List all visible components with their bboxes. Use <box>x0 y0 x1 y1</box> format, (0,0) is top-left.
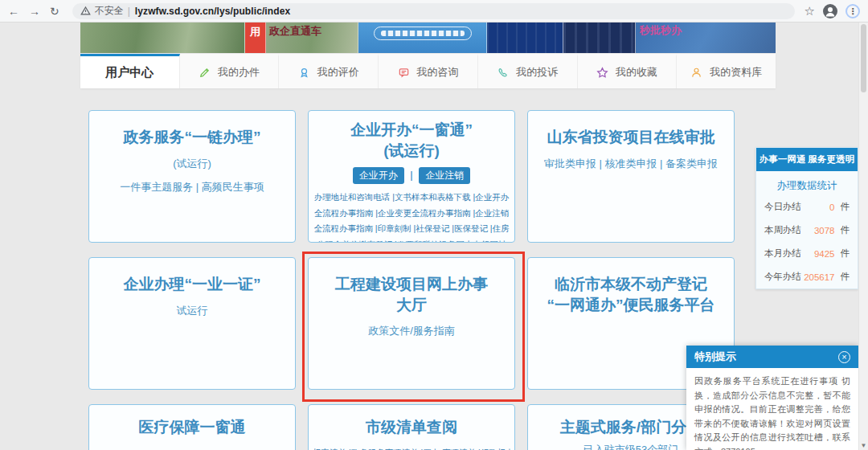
popup-title: 特别提示 <box>694 350 838 364</box>
tab-my-favorites-label: 我的收藏 <box>616 65 657 80</box>
card-title: 企业开办“一窗通” <box>320 120 503 141</box>
card-title: 工程建设项目网上办事大厅 <box>330 274 494 315</box>
tab-my-reviews[interactable]: 我的评价 <box>279 54 379 88</box>
card-subtitle: (试运行) <box>89 157 295 171</box>
banner-red-label: 用 <box>250 25 260 39</box>
card-links[interactable]: 权责清单 |政务服务事项清单 |四办 事项清单 |行政权力事项清单 |公 <box>313 445 510 450</box>
card-links[interactable]: 政策文件/服务指南 <box>309 324 514 338</box>
banner-navy-slide-1[interactable] <box>487 22 563 53</box>
tag-separator: | <box>410 169 412 181</box>
stat-label: 本月办结 <box>764 248 801 260</box>
card-title: 医疗保障一窗通 <box>100 417 284 438</box>
phone-icon <box>497 67 509 79</box>
banner-gov-express-label: 政企直通车 <box>269 24 321 39</box>
stat-label: 今年办结 <box>764 271 801 283</box>
stat-unit: 件 <box>841 248 850 260</box>
page-scrollbar[interactable]: ▼ <box>858 22 868 450</box>
card-subtitle: 试运行 <box>89 304 295 318</box>
card-title: 市级清单查阅 <box>320 417 503 438</box>
special-notice-popup: 特别提示 × 因政务服务平台系统正在进行事项 切换，造成部分公示信息不完整，暂不… <box>686 346 858 450</box>
star-icon <box>596 67 608 79</box>
stat-value: 205617 <box>801 272 841 282</box>
user-center-tabbar: 用户中心 我的办件 我的评价 我的咨询 我的投诉 我的收藏 我的资料库 <box>80 54 776 88</box>
banner-red-ribbon[interactable]: 用 <box>245 22 266 53</box>
tab-my-reviews-label: 我的评价 <box>317 65 359 80</box>
tab-my-library-label: 我的资料库 <box>710 65 762 80</box>
stat-row-year: 今年办结 205617 件 <box>756 265 858 288</box>
pencil-icon <box>199 67 211 79</box>
card-title: 企业办理“一业一证” <box>100 274 284 295</box>
banner-water-label: 秒批秒办 <box>640 23 682 38</box>
card-investment-approval[interactable]: 山东省投资项目在线审批 审批类申报 | 核准类申报 | 备案类申报 <box>527 110 735 243</box>
back-icon[interactable]: ← <box>8 6 19 17</box>
stat-unit: 件 <box>841 271 850 283</box>
tab-my-complaints[interactable]: 我的投诉 <box>478 54 578 88</box>
url-bar[interactable]: 不安全 | lyzwfw.sd.gov.cn/lys/public/index <box>72 3 795 19</box>
stat-value: 3078 <box>801 226 841 235</box>
card-title: 政务服务“一链办理” <box>100 127 284 148</box>
service-card-grid: 政务服务“一链办理” (试运行) 一件事主题服务 | 高频民生事项 企业开办“一… <box>88 110 735 450</box>
banner-pill-frame <box>374 27 472 40</box>
popup-header: 特别提示 × <box>686 346 858 368</box>
tab-my-complaints-label: 我的投诉 <box>516 65 558 80</box>
banner-navy-slide-2[interactable] <box>563 22 636 53</box>
stat-value: 0 <box>801 202 841 212</box>
tab-my-items-label: 我的办件 <box>218 65 260 80</box>
card-medical-insurance[interactable]: 医疗保障一窗通 <box>88 404 296 450</box>
person-icon <box>690 67 702 79</box>
card-links[interactable]: 办理地址和咨询电话 |文书样本和表格下载 |企业开办全流程办事指南 |企业变更全… <box>313 190 510 243</box>
security-label: 不安全 <box>95 4 124 18</box>
browser-menu-icon[interactable]: ⋮ <box>845 4 860 18</box>
stats-widget: 办事一网通 服务更透明 办理数据统计 今日办结 0 件 本周办结 3078 件 … <box>755 147 858 289</box>
url-divider: | <box>128 6 130 17</box>
popup-body-text: 因政务服务平台系统正在进行事项 切换，造成部分公示信息不完整，暂不能申报的情况。… <box>686 368 858 450</box>
tab-user-center[interactable]: 用户中心 <box>80 54 180 88</box>
profile-avatar-icon[interactable] <box>823 4 837 18</box>
tab-my-inquiries-label: 我的咨询 <box>417 65 459 80</box>
card-links[interactable]: 一件事主题服务 | 高频民生事项 <box>89 180 295 194</box>
card-city-list[interactable]: 市级清单查阅 权责清单 |政务服务事项清单 |四办 事项清单 |行政权力事项清单… <box>308 404 515 450</box>
stat-row-month: 本月办结 9425 件 <box>756 242 858 265</box>
card-chain-service[interactable]: 政务服务“一链办理” (试运行) 一件事主题服务 | 高频民生事项 <box>88 110 296 243</box>
stats-title: 办理数据统计 <box>756 179 858 193</box>
tab-my-inquiries[interactable]: 我的咨询 <box>379 54 478 88</box>
stat-row-week: 本周办结 3078 件 <box>756 219 858 242</box>
stat-label: 今日办结 <box>764 201 801 213</box>
banner-blurred-text <box>381 31 465 36</box>
reload-icon[interactable]: ↻ <box>50 6 59 17</box>
card-enterprise-window[interactable]: 企业开办“一窗通” (试运行) 企业开办 | 企业注销 办理地址和咨询电话 |文… <box>308 110 515 243</box>
stat-row-today: 今日办结 0 件 <box>756 195 858 219</box>
tag-enterprise-open[interactable]: 企业开办 <box>353 167 404 184</box>
card-links[interactable]: 审批类申报 | 核准类申报 | 备案类申报 <box>528 157 734 171</box>
card-title: 山东省投资项目在线审批 <box>539 127 723 148</box>
chat-bubble-icon <box>398 67 410 79</box>
stat-value: 9425 <box>801 249 841 259</box>
tab-user-center-label: 用户中心 <box>105 65 154 80</box>
medal-icon <box>298 67 310 79</box>
tag-enterprise-cancel[interactable]: 企业注销 <box>419 167 470 184</box>
banner-aerial-photo[interactable] <box>80 22 245 53</box>
url-text: lyzwfw.sd.gov.cn/lys/public/index <box>135 6 290 17</box>
banner-water-slide[interactable]: 秒批秒办 <box>636 22 776 53</box>
page-background: 用 政企直通车 秒批秒办 用户中心 我的办件 我的评价 我的咨询 <box>0 22 868 450</box>
forward-icon[interactable]: → <box>29 6 40 17</box>
tab-my-favorites[interactable]: 我的收藏 <box>578 54 678 88</box>
tab-my-library[interactable]: 我的资料库 <box>677 54 776 88</box>
scrollbar-thumb[interactable] <box>861 24 866 92</box>
banner-gov-express[interactable]: 政企直通车 <box>266 22 358 53</box>
scrollbar-down-arrow-icon[interactable]: ▼ <box>859 442 868 449</box>
not-secure-warning-icon <box>80 6 91 16</box>
tab-my-items[interactable]: 我的办件 <box>180 54 280 88</box>
card-title: 临沂市本级不动产登记“一网通办”便民服务平台 <box>545 274 718 315</box>
banner-blue-slide[interactable] <box>358 22 487 53</box>
stat-label: 本周办结 <box>764 224 801 236</box>
close-icon[interactable]: × <box>838 351 850 363</box>
bookmark-star-icon[interactable]: ☆ <box>805 4 815 18</box>
browser-toolbar: ← → ↻ 不安全 | lyzwfw.sd.gov.cn/lys/public/… <box>0 0 868 22</box>
banner-carousel[interactable]: 用 政企直通车 秒批秒办 <box>80 22 776 53</box>
stat-unit: 件 <box>841 201 850 213</box>
card-construction-hall[interactable]: 工程建设项目网上办事大厅 政策文件/服务指南 <box>308 257 515 390</box>
card-one-license[interactable]: 企业办理“一业一证” 试运行 <box>88 257 296 390</box>
stats-widget-header[interactable]: 办事一网通 服务更透明 <box>756 148 858 171</box>
card-title-line2: (试运行) <box>320 141 503 162</box>
